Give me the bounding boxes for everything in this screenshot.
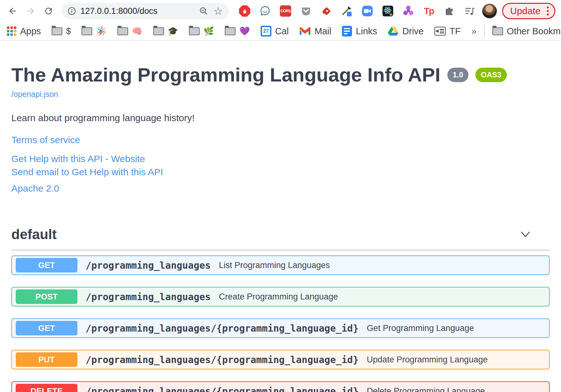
endpoint-path: /programming_languages bbox=[86, 260, 211, 271]
bookmark-folder-pinata[interactable]: 🪅 bbox=[82, 26, 107, 36]
license-link[interactable]: Apache 2.0 bbox=[11, 183, 550, 194]
zoom-camera-extension-icon[interactable] bbox=[361, 5, 373, 17]
color-picker-extension-icon[interactable] bbox=[341, 5, 353, 17]
bookmark-folder-dollar[interactable]: $ bbox=[52, 26, 71, 36]
bookmarks-divider bbox=[484, 25, 485, 37]
endpoint-row-get-list[interactable]: GET /programming_languages List Programm… bbox=[11, 255, 550, 275]
endpoint-path: /programming_languages/{programming_lang… bbox=[86, 354, 359, 365]
forward-arrow-icon[interactable] bbox=[24, 4, 37, 18]
react-devtools-extension-icon[interactable] bbox=[382, 5, 394, 17]
openapi-json-link[interactable]: /openapi.json bbox=[11, 90, 58, 99]
bookmark-folder-grad-cap[interactable]: 🎓 bbox=[153, 26, 178, 36]
puzzle-extensions-icon[interactable] bbox=[443, 5, 455, 17]
gmail-icon bbox=[299, 27, 311, 36]
reload-icon[interactable] bbox=[42, 4, 55, 18]
bookmark-drive[interactable]: Drive bbox=[388, 26, 424, 36]
bookmarks-bar: Apps $ 🪅 🧠 🎓 🌿 💜 27 Cal bbox=[0, 22, 561, 41]
endpoint-summary: Get Programming Language bbox=[367, 323, 474, 333]
version-badge: 1.0 bbox=[447, 68, 468, 82]
info-circle-icon[interactable] bbox=[67, 7, 76, 15]
address-bar[interactable]: 127.0.0.1:8000/docs ☆ bbox=[62, 3, 229, 19]
endpoint-row-get-one[interactable]: GET /programming_languages/{programming_… bbox=[11, 318, 550, 338]
folder-icon bbox=[117, 27, 128, 35]
zoom-out-icon[interactable] bbox=[199, 6, 208, 16]
drive-icon bbox=[388, 26, 399, 36]
cors-extension-icon[interactable]: CORS bbox=[280, 5, 292, 17]
bookmark-folder-brain[interactable]: 🧠 bbox=[117, 26, 143, 36]
card-list-icon bbox=[434, 27, 446, 36]
docs-icon bbox=[342, 26, 352, 36]
update-button[interactable]: Update bbox=[502, 3, 555, 19]
method-badge: GET bbox=[16, 258, 77, 272]
endpoint-summary: Update Programming Language bbox=[367, 355, 488, 365]
folder-icon bbox=[52, 27, 62, 35]
api-description: Learn about programming language history… bbox=[11, 113, 550, 123]
method-badge: PUT bbox=[16, 352, 77, 367]
bookmarks-overflow-chevron[interactable]: » bbox=[471, 26, 477, 36]
section-title: default bbox=[11, 227, 57, 242]
star-icon[interactable]: ☆ bbox=[213, 6, 223, 16]
swagger-page: The Amazing Programming Language Info AP… bbox=[0, 64, 561, 392]
kebab-menu-icon[interactable] bbox=[546, 5, 550, 17]
folder-icon bbox=[153, 27, 164, 35]
endpoint-path: /programming_languages bbox=[86, 291, 211, 302]
terms-of-service-link[interactable]: Terms of service bbox=[11, 135, 550, 145]
endpoint-summary: Delete Programming Language bbox=[367, 386, 485, 392]
help-website-link[interactable]: Get Help with this API - Website bbox=[11, 154, 550, 164]
section-header-default[interactable]: default bbox=[11, 227, 550, 242]
url-text: 127.0.0.1:8000/docs bbox=[81, 6, 199, 16]
page-title: The Amazing Programming Language Info AP… bbox=[11, 64, 440, 86]
red-diamond-extension-icon[interactable] bbox=[320, 5, 332, 17]
endpoint-path: /programming_languages/{programming_lang… bbox=[86, 386, 359, 392]
hand-blocker-extension-icon[interactable] bbox=[239, 5, 251, 17]
purple-recycle-extension-icon[interactable] bbox=[402, 5, 414, 17]
section-divider bbox=[11, 250, 550, 250]
endpoint-row-post-create[interactable]: POST /programming_languages Create Progr… bbox=[11, 287, 550, 306]
folder-icon bbox=[492, 27, 503, 35]
avatar[interactable] bbox=[482, 3, 497, 19]
chevron-down-icon[interactable] bbox=[521, 231, 530, 238]
bookmark-mail[interactable]: Mail bbox=[299, 26, 331, 36]
bookmark-folder-purple-heart[interactable]: 💜 bbox=[225, 26, 250, 36]
bookmark-tf[interactable]: TF bbox=[434, 26, 461, 36]
tp-extension-icon[interactable]: Tp bbox=[423, 5, 435, 17]
endpoint-row-put-update[interactable]: PUT /programming_languages/{programming_… bbox=[11, 350, 550, 369]
back-arrow-icon[interactable] bbox=[6, 4, 19, 18]
method-badge: GET bbox=[16, 321, 77, 335]
apps-grid-icon bbox=[7, 26, 16, 36]
bookmark-apps[interactable]: Apps bbox=[7, 26, 41, 36]
pocket-extension-icon[interactable] bbox=[300, 5, 312, 17]
folder-icon bbox=[82, 27, 92, 35]
endpoint-summary: Create Programming Language bbox=[219, 292, 338, 302]
help-email-link[interactable]: Send email to Get Help with this API bbox=[11, 167, 550, 177]
method-badge: DELETE bbox=[16, 384, 77, 392]
endpoint-row-delete[interactable]: DELETE /programming_languages/{programmi… bbox=[11, 381, 550, 392]
bookmark-calendar[interactable]: 27 Cal bbox=[261, 26, 289, 36]
oas3-badge: OAS3 bbox=[475, 68, 507, 82]
other-bookmarks[interactable]: Other Bookmarks bbox=[492, 26, 561, 36]
browser-toolbar: 127.0.0.1:8000/docs ☆ CORS bbox=[0, 0, 561, 22]
media-playlist-icon[interactable] bbox=[464, 5, 476, 17]
method-badge: POST bbox=[16, 289, 77, 304]
endpoint-summary: List Programming Languages bbox=[219, 260, 330, 270]
folder-icon bbox=[189, 27, 200, 35]
chat-bubble-extension-icon[interactable] bbox=[259, 5, 271, 17]
bookmark-links[interactable]: Links bbox=[342, 26, 377, 36]
bookmark-folder-herb[interactable]: 🌿 bbox=[189, 26, 214, 36]
endpoint-path: /programming_languages/{programming_lang… bbox=[86, 323, 359, 334]
folder-icon bbox=[225, 27, 235, 35]
extensions-strip: CORS bbox=[239, 5, 476, 17]
calendar-icon: 27 bbox=[261, 26, 271, 36]
